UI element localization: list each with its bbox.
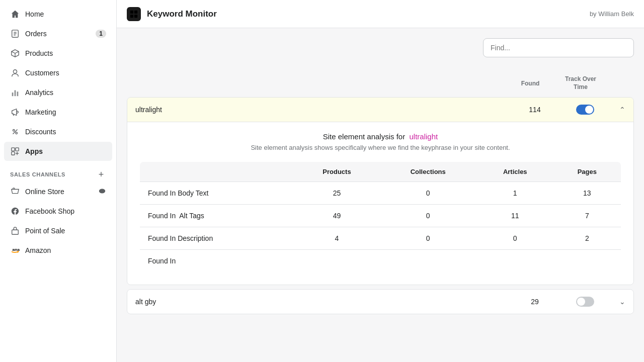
point-of-sale-icon: [10, 226, 20, 236]
svg-text:amazon: amazon: [13, 247, 20, 252]
analysis-table: ProductsCollectionsArticlesPages Found I…: [139, 161, 621, 273]
by-author: by William Belk: [590, 10, 634, 18]
svg-point-7: [13, 70, 17, 73]
keyword-name-ultralight: ultralight: [135, 106, 515, 114]
sidebar-item-analytics[interactable]: Analytics: [4, 83, 112, 102]
svg-rect-15: [16, 148, 19, 151]
table-cell: 0: [477, 227, 553, 250]
home-icon: [10, 9, 20, 19]
eye-icon[interactable]: [98, 187, 106, 197]
online-store-icon: [10, 187, 20, 197]
main-content: Keyword Monitor by William Belk Found Tr…: [117, 0, 644, 362]
track-toggle-ultralight[interactable]: [576, 105, 594, 115]
badge-orders: 1: [96, 30, 106, 38]
row-label: Found In </span> Tag</td><td data-name="…: [140, 250, 295, 273]
sidebar-label-point-of-sale: Point of Sale: [25, 227, 65, 235]
sidebar-item-customers[interactable]: Customers: [4, 63, 112, 82]
analysis-title: Site element analysis for ultralight: [139, 132, 621, 141]
col-header: Collections: [379, 162, 477, 182]
sidebar-item-orders[interactable]: Orders 1: [4, 24, 112, 43]
sidebar-label-discounts: Discounts: [25, 128, 56, 136]
table-cell: 25: [294, 182, 379, 205]
table-cell: 4: [294, 227, 379, 250]
add-sales-channel-button[interactable]: +: [96, 169, 106, 179]
table-cell: 2: [553, 227, 621, 250]
apps-icon: [10, 146, 20, 156]
col-header: Pages: [553, 162, 621, 182]
topbar: Keyword Monitor by William Belk: [117, 0, 644, 28]
amazon-icon: amazon: [10, 245, 20, 255]
svg-line-6: [15, 51, 19, 53]
sidebar-item-amazon[interactable]: amazon Amazon: [4, 241, 112, 260]
table-row: Found In Alt Tags490117: [140, 205, 621, 227]
analysis-desc: Site element analysis shows specifically…: [139, 144, 621, 151]
col-header: Articles: [477, 162, 553, 182]
sidebar-item-discounts[interactable]: Discounts: [4, 122, 112, 141]
track-toggle-alt-gby[interactable]: [576, 297, 594, 307]
sidebar-item-apps[interactable]: Apps: [4, 142, 112, 161]
found-count-ultralight: 114: [515, 106, 555, 114]
products-icon: [10, 48, 20, 58]
sidebar-item-products[interactable]: Products: [4, 44, 112, 63]
analytics-icon: [10, 87, 20, 98]
svg-rect-26: [134, 14, 137, 17]
col-header: Products: [294, 162, 379, 182]
content-area: Found Track OverTime ultralight 114 ⌃ Si…: [117, 28, 644, 362]
svg-rect-25: [130, 14, 133, 17]
keyword-row-header-alt-gby[interactable]: alt gby 29 ⌄: [127, 290, 633, 314]
sidebar-label-customers: Customers: [25, 69, 59, 77]
search-input[interactable]: [483, 38, 634, 57]
customers-icon: [10, 68, 20, 78]
found-header: Found: [510, 80, 550, 87]
sidebar-label-products: Products: [25, 49, 53, 57]
app-logo: [127, 7, 141, 21]
svg-line-5: [12, 51, 15, 53]
orders-icon: [10, 29, 20, 39]
column-headers: Found Track OverTime: [127, 71, 634, 95]
facebook-shop-icon: [10, 206, 20, 216]
app-title: Keyword Monitor: [147, 9, 217, 19]
keyword-row-header-ultralight[interactable]: ultralight 114 ⌃: [127, 98, 633, 122]
sidebar-label-marketing: Marketing: [25, 108, 56, 116]
discounts-icon: [10, 127, 20, 137]
keyword-name-alt-gby: alt gby: [135, 298, 515, 306]
table-row: Found In </span> Tag</td><td data-name="…: [140, 250, 621, 273]
table-cell: 11: [477, 205, 553, 227]
sidebar-label-amazon: Amazon: [25, 246, 51, 254]
table-header-row: ProductsCollectionsArticlesPages: [140, 162, 621, 182]
track-header: Track OverTime: [550, 75, 611, 91]
keyword-row-ultralight: ultralight 114 ⌃ Site element analysis f…: [127, 97, 634, 285]
row-label: Found In Description: [140, 227, 295, 250]
table-cell: 1: [477, 182, 553, 205]
sidebar-item-home[interactable]: Home: [4, 5, 112, 24]
sidebar-label-online-store: Online Store: [25, 188, 64, 196]
svg-rect-23: [130, 10, 133, 13]
table-cell: 0: [379, 205, 477, 227]
sidebar-label-facebook-shop: Facebook Shop: [25, 207, 74, 215]
row-label: Found In Alt Tags: [140, 205, 295, 227]
table-cell: 0: [379, 227, 477, 250]
sidebar-item-online-store[interactable]: Online Store: [4, 182, 112, 201]
svg-rect-14: [12, 148, 15, 151]
svg-point-20: [101, 190, 103, 192]
keyword-highlight: ultralight: [410, 132, 438, 141]
svg-rect-9: [15, 90, 16, 97]
sidebar-label-analytics: Analytics: [25, 88, 53, 97]
sales-channels-label: SALES CHANNELS: [10, 171, 65, 177]
table-cell: 0: [379, 182, 477, 205]
sidebar-label-home: Home: [25, 10, 44, 18]
sidebar-item-facebook-shop[interactable]: Facebook Shop: [4, 202, 112, 221]
marketing-icon: [10, 107, 20, 117]
sidebar-label-orders: Orders: [25, 30, 47, 38]
found-count-alt-gby: 29: [515, 298, 555, 306]
chevron-ultralight: ⌃: [619, 106, 625, 114]
table-row: Found In Description4002: [140, 227, 621, 250]
sidebar-item-point-of-sale[interactable]: Point of Sale: [4, 221, 112, 240]
chevron-alt-gby: ⌄: [619, 298, 625, 306]
sidebar-item-marketing[interactable]: Marketing: [4, 103, 112, 122]
table-cell: 49: [294, 205, 379, 227]
svg-point-11: [13, 130, 15, 132]
analysis-panel: Site element analysis for ultralight Sit…: [127, 122, 633, 285]
table-cell: 7: [553, 205, 621, 227]
svg-line-13: [13, 130, 18, 134]
